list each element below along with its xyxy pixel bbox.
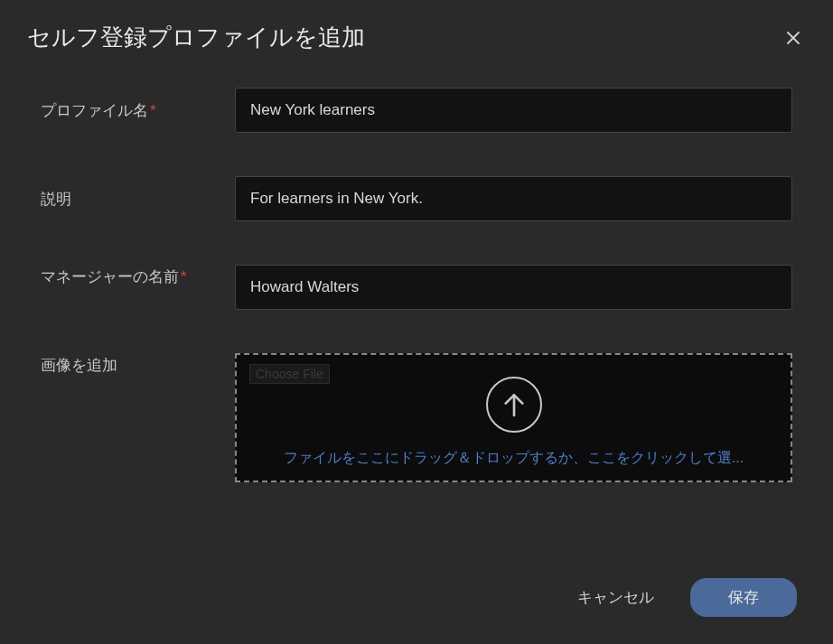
- choose-file-button[interactable]: Choose File: [249, 364, 330, 384]
- manager-name-input[interactable]: [235, 265, 792, 310]
- description-input[interactable]: [235, 176, 792, 221]
- upload-arrow-icon: [500, 390, 529, 419]
- close-icon: [785, 30, 801, 46]
- profile-name-label: プロファイル名*: [41, 100, 235, 121]
- dropzone-instruction-text: ファイルをここにドラッグ＆ドロップするか、ここをクリックして選...: [246, 449, 782, 468]
- description-row: 説明: [41, 176, 792, 221]
- profile-name-row: プロファイル名*: [41, 88, 792, 133]
- manager-name-row: マネージャーの名前*: [41, 265, 792, 310]
- dialog-header: セルフ登録プロファイルを追加: [0, 0, 833, 79]
- manager-name-label-text: マネージャーの名前: [41, 268, 179, 285]
- manager-name-label: マネージャーの名前*: [41, 265, 235, 287]
- dropzone-container: Choose File ファイルをここにドラッグ＆ドロップするか、ここをクリック…: [235, 353, 792, 482]
- add-image-label: 画像を追加: [41, 353, 235, 376]
- dialog-title: セルフ登録プロファイルを追加: [27, 22, 365, 53]
- save-button[interactable]: 保存: [690, 578, 797, 617]
- profile-name-label-text: プロファイル名: [41, 102, 148, 119]
- close-button[interactable]: [781, 25, 806, 51]
- image-dropzone[interactable]: Choose File ファイルをここにドラッグ＆ドロップするか、ここをクリック…: [235, 353, 792, 482]
- dialog-footer: キャンセル 保存: [0, 560, 833, 644]
- profile-name-input[interactable]: [235, 88, 792, 133]
- required-marker: *: [150, 102, 156, 119]
- required-marker: *: [181, 268, 187, 285]
- add-image-row: 画像を追加 Choose File ファイルをここにドラッグ＆ドロップするか、こ…: [41, 353, 792, 482]
- dialog-body: プロファイル名* 説明 マネージャーの名前* 画像を追加 Choose File: [0, 79, 833, 560]
- add-self-registration-profile-dialog: セルフ登録プロファイルを追加 プロファイル名* 説明 マネージャーの名前*: [0, 0, 833, 644]
- upload-icon-circle: [486, 377, 542, 433]
- cancel-button[interactable]: キャンセル: [577, 587, 654, 608]
- description-label: 説明: [41, 189, 235, 210]
